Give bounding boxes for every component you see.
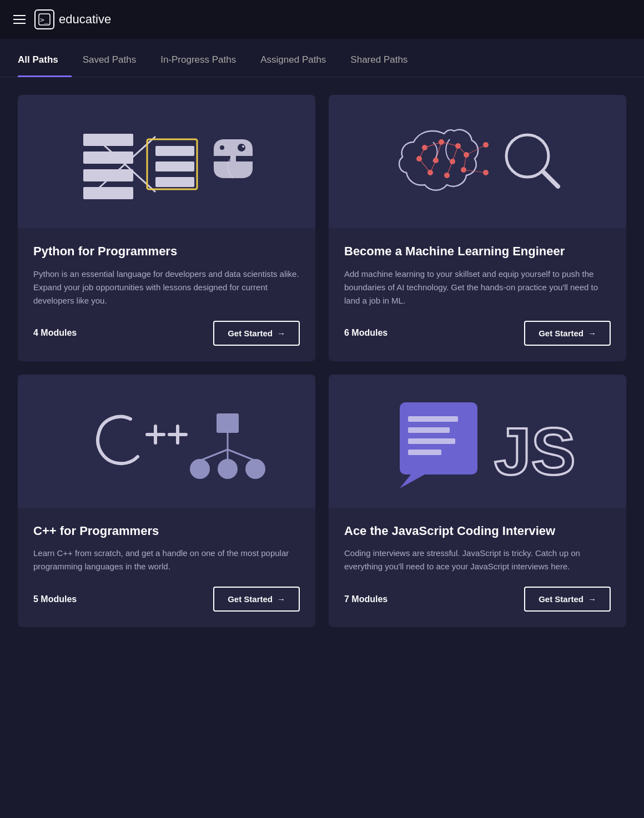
svg-line-29 xyxy=(452,146,458,161)
svg-rect-8 xyxy=(155,146,194,156)
svg-rect-55 xyxy=(408,427,450,433)
python-modules-count: 4 Modules xyxy=(33,328,77,338)
svg-point-13 xyxy=(242,145,244,148)
path-card-cpp: C++ for Programmers Learn C++ from scrat… xyxy=(18,375,315,628)
js-card-footer: 7 Modules Get Started → xyxy=(344,587,611,612)
python-card-description: Python is an essential language for deve… xyxy=(33,267,300,307)
ml-arrow-icon: → xyxy=(588,329,596,338)
svg-rect-56 xyxy=(408,438,455,444)
js-arrow-icon: → xyxy=(588,594,596,604)
svg-text:>_: >_ xyxy=(40,16,49,24)
python-illustration xyxy=(18,95,315,228)
svg-rect-5 xyxy=(83,187,133,199)
python-card-footer: 4 Modules Get Started → xyxy=(33,321,300,346)
tab-assigned-paths[interactable]: Assigned Paths xyxy=(260,39,339,77)
svg-line-26 xyxy=(441,142,458,146)
ml-card-title: Become a Machine Learning Engineer xyxy=(344,244,611,260)
python-get-started-button[interactable]: Get Started → xyxy=(213,321,300,346)
cpp-card-footer: 5 Modules Get Started → xyxy=(33,587,300,612)
python-arrow-icon: → xyxy=(277,329,285,338)
cpp-card-body: C++ for Programmers Learn C++ from scrat… xyxy=(18,508,315,628)
svg-line-47 xyxy=(200,450,228,461)
svg-line-25 xyxy=(425,142,441,148)
js-modules-count: 7 Modules xyxy=(344,594,388,604)
cpp-modules-count: 5 Modules xyxy=(33,594,77,604)
navigation-tabs: All Paths Saved Paths In-Progress Paths … xyxy=(0,39,644,77)
svg-rect-9 xyxy=(155,161,194,171)
js-card-description: Coding interviews are stressful. JavaScr… xyxy=(344,547,611,573)
svg-line-49 xyxy=(228,450,255,461)
python-get-started-label: Get Started xyxy=(228,329,273,338)
cpp-get-started-label: Get Started xyxy=(228,594,273,604)
js-get-started-button[interactable]: Get Started → xyxy=(524,587,611,612)
ml-get-started-button[interactable]: Get Started → xyxy=(524,321,611,346)
ml-card-body: Become a Machine Learning Engineer Add m… xyxy=(329,228,626,361)
paths-grid: Python for Programmers Python is an esse… xyxy=(18,95,626,627)
svg-line-32 xyxy=(430,160,436,173)
ml-card-footer: 6 Modules Get Started → xyxy=(344,321,611,346)
tab-shared-paths[interactable]: Shared Paths xyxy=(350,39,421,77)
path-card-ml: Become a Machine Learning Engineer Add m… xyxy=(329,95,626,361)
svg-text:JS: JS xyxy=(494,414,576,488)
svg-rect-10 xyxy=(155,177,194,187)
svg-rect-3 xyxy=(83,152,133,164)
svg-point-37 xyxy=(483,142,489,148)
svg-point-52 xyxy=(245,459,265,479)
ml-card-description: Add machine learning to your skillset an… xyxy=(344,267,611,307)
js-card-body: Ace the JavaScript Coding Interview Codi… xyxy=(329,508,626,628)
svg-line-33 xyxy=(447,161,452,175)
svg-point-50 xyxy=(190,459,210,479)
svg-line-40 xyxy=(543,171,558,186)
path-card-python: Python for Programmers Python is an esse… xyxy=(18,95,315,361)
hamburger-menu[interactable] xyxy=(13,15,26,24)
svg-line-27 xyxy=(419,148,425,159)
svg-line-30 xyxy=(458,146,466,155)
js-card-title: Ace the JavaScript Coding Interview xyxy=(344,523,611,539)
python-card-title: Python for Programmers xyxy=(33,244,300,260)
svg-line-35 xyxy=(466,145,486,155)
cpp-arrow-icon: → xyxy=(277,594,285,604)
app-header: >_ educative xyxy=(0,0,644,39)
tab-saved-paths[interactable]: Saved Paths xyxy=(83,39,149,77)
js-illustration: JS xyxy=(329,375,626,508)
tab-all-paths[interactable]: All Paths xyxy=(18,39,72,77)
path-card-js: JS Ace the JavaScript Coding Interview C… xyxy=(329,375,626,628)
python-card-body: Python for Programmers Python is an esse… xyxy=(18,228,315,361)
logo-icon: >_ xyxy=(34,9,54,29)
cpp-card-description: Learn C++ from scratch, and get a handle… xyxy=(33,547,300,573)
logo-text: educative xyxy=(59,12,111,27)
svg-line-31 xyxy=(419,159,430,173)
ml-illustration xyxy=(329,95,626,228)
cpp-illustration xyxy=(18,375,315,508)
ml-modules-count: 6 Modules xyxy=(344,328,388,338)
cpp-card-title: C++ for Programmers xyxy=(33,523,300,539)
svg-rect-45 xyxy=(217,413,239,433)
js-get-started-label: Get Started xyxy=(539,594,583,604)
cpp-get-started-button[interactable]: Get Started → xyxy=(213,587,300,612)
svg-point-51 xyxy=(218,459,238,479)
svg-point-14 xyxy=(220,145,224,150)
svg-point-12 xyxy=(238,144,245,152)
svg-rect-54 xyxy=(408,416,458,422)
svg-rect-57 xyxy=(408,450,441,455)
main-content: Python for Programmers Python is an esse… xyxy=(0,77,644,645)
ml-get-started-label: Get Started xyxy=(539,329,583,338)
svg-rect-2 xyxy=(83,134,133,146)
tab-in-progress-paths[interactable]: In-Progress Paths xyxy=(160,39,249,77)
logo[interactable]: >_ educative xyxy=(34,9,111,29)
svg-point-38 xyxy=(483,170,489,175)
